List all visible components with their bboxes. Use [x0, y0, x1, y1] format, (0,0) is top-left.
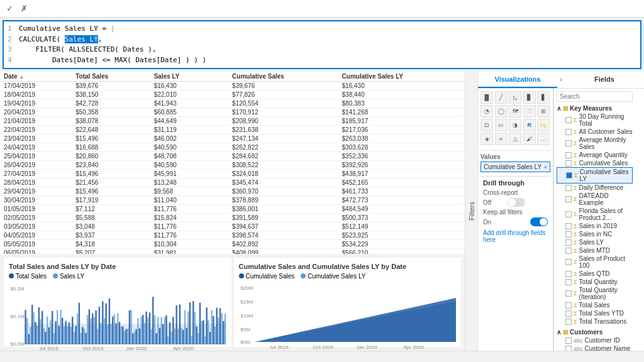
checkmark-icon[interactable]: ✓	[4, 3, 16, 14]
field-item[interactable]: ΣTotal Sales YTD	[557, 309, 633, 317]
col-header-total-sales[interactable]: Total Sales	[72, 72, 150, 82]
field-item[interactable]: ΣSales QTD	[557, 270, 633, 278]
field-checkbox[interactable]	[565, 302, 572, 309]
data-table-container[interactable]: Date ▲ Total Sales Sales LY Cumulative S…	[0, 72, 465, 254]
field-item[interactable]: ΣTotal Quantity (Iteration)	[557, 286, 633, 301]
filters-panel[interactable]: Filters	[465, 72, 477, 351]
viz-icon-more[interactable]: …	[537, 133, 550, 145]
field-checkbox[interactable]	[566, 172, 572, 178]
viz-icon-bar[interactable]: ▐▌	[480, 91, 493, 104]
field-checkbox[interactable]	[565, 290, 572, 297]
field-checkbox[interactable]	[565, 223, 572, 229]
formula-editor[interactable]: 1 Cumulative Sales LY = | 2 CALCULATE( S…	[3, 20, 641, 69]
field-item[interactable]: ΣAverage Quantity	[557, 151, 633, 159]
field-item[interactable]: ΣTotal Sales	[557, 301, 633, 309]
field-item[interactable]: ΣSales in 2019	[557, 222, 633, 230]
viz-icon-donut[interactable]: ◯	[495, 105, 508, 118]
svg-rect-64	[125, 329, 126, 344]
viz-icon-table[interactable]: ⊞	[537, 105, 550, 118]
field-item[interactable]: ΣSales LY	[557, 238, 633, 246]
field-item[interactable]: ΣDATEADD Example	[557, 192, 633, 207]
values-field-close[interactable]: ×	[544, 164, 547, 170]
field-item[interactable]: abcCustomer ID	[557, 336, 633, 344]
field-checkbox[interactable]	[565, 319, 572, 325]
field-item[interactable]: ΣSales MTD	[557, 246, 633, 255]
field-checkbox[interactable]	[565, 117, 572, 123]
viz-icon-format-paint[interactable]: 🖌	[523, 133, 536, 145]
svg-rect-65	[127, 329, 128, 344]
field-item[interactable]: ΣAll Customer Sales	[557, 128, 633, 136]
field-group-key-measures-header[interactable]: ∧ ⊞ Key Measures	[557, 104, 633, 112]
viz-icon-card[interactable]: ▭	[495, 119, 508, 131]
field-item[interactable]: ΣTotal Transations	[557, 317, 633, 326]
tab-fields[interactable]: Fields	[565, 72, 644, 88]
viz-icon-area[interactable]: ◺	[509, 91, 521, 104]
fields-search[interactable]	[557, 91, 633, 102]
field-item[interactable]: ΣTotal Quantity	[557, 278, 633, 286]
field-checkbox[interactable]	[565, 160, 572, 167]
viz-icon-r[interactable]: R	[523, 119, 536, 131]
field-item[interactable]: ΣSales of Product 100	[557, 255, 633, 270]
field-checkbox[interactable]	[565, 337, 572, 344]
col-header-sales-ly[interactable]: Sales LY	[150, 72, 228, 82]
field-checkbox[interactable]	[565, 129, 572, 135]
field-checkbox[interactable]	[565, 310, 572, 317]
svg-rect-114	[209, 332, 211, 344]
chart1-legend-item-1: Total Sales	[9, 273, 47, 280]
field-item[interactable]: ΣSales in NC	[557, 230, 633, 238]
field-item[interactable]: Σ30 Day Running Total	[557, 112, 633, 128]
field-checkbox[interactable]	[565, 152, 572, 158]
viz-icon-pie[interactable]: ◔	[480, 105, 493, 118]
field-checkbox[interactable]	[565, 271, 572, 277]
tab-visualizations[interactable]: Visualizations	[478, 72, 557, 88]
toggle-off-thumb	[508, 199, 516, 206]
field-checkbox[interactable]	[565, 248, 572, 254]
field-item-label: Florida Sales of Product 2...	[579, 207, 633, 221]
field-checkbox[interactable]	[565, 231, 572, 238]
col-header-cumulative-sales[interactable]: Cumulative Sales	[228, 72, 338, 82]
field-item[interactable]: ΣDaily Difference	[557, 184, 633, 192]
field-item[interactable]: ΣAverage Monthly Sales	[557, 136, 633, 151]
svg-rect-59	[117, 313, 118, 344]
viz-chevron-right[interactable]: ›	[557, 72, 565, 88]
viz-icon-map[interactable]: 🗺	[509, 105, 521, 118]
cancel-icon[interactable]: ✗	[18, 3, 30, 14]
toggle-on[interactable]	[530, 217, 548, 226]
values-field[interactable]: Cumulative Sales LY ×	[480, 162, 550, 172]
svg-rect-5	[26, 318, 28, 344]
svg-text:$0.1M: $0.1M	[10, 314, 24, 319]
svg-rect-102	[189, 302, 191, 344]
field-item-label: Sales MTD	[579, 247, 610, 254]
field-checkbox[interactable]	[565, 239, 572, 246]
field-item[interactable]: abcCustomer Name	[557, 344, 633, 351]
viz-icon-gauge[interactable]: ◑	[509, 119, 521, 131]
table-row: 21/04/2019$38,078$44,649$208,990$185,917	[0, 117, 465, 126]
viz-icon-py[interactable]: Py	[537, 119, 550, 131]
field-checkbox[interactable]	[565, 140, 572, 146]
viz-icon-scatter[interactable]: ∷	[523, 105, 536, 118]
field-checkbox[interactable]	[565, 185, 572, 191]
viz-icon-shape[interactable]: △	[509, 133, 521, 145]
field-item[interactable]: ΣCumulative Sales LY	[557, 167, 633, 184]
field-checkbox[interactable]	[565, 346, 572, 351]
field-checkbox[interactable]	[565, 259, 572, 265]
col-header-date[interactable]: Date ▲	[0, 72, 72, 82]
viz-icon-stacked-bar[interactable]: ▊	[523, 91, 536, 104]
field-group-customers-header[interactable]: ∧ ⊞ Customers	[557, 328, 633, 336]
field-checkbox[interactable]	[565, 196, 572, 202]
field-checkbox[interactable]	[565, 279, 572, 285]
svg-text:Jan 2020: Jan 2020	[356, 345, 377, 350]
add-drill-fields-btn[interactable]: Add drill-through fields here	[483, 228, 548, 244]
svg-rect-99	[184, 310, 186, 344]
viz-icon-clustered-bar[interactable]: ▋	[537, 91, 550, 104]
viz-icon-slicer[interactable]: ≡	[495, 133, 508, 145]
field-item[interactable]: ΣFlorida Sales of Product 2...	[557, 207, 633, 222]
viz-icon-kpi[interactable]: ◈	[480, 133, 493, 145]
svg-rect-42	[89, 309, 90, 344]
toggle-off[interactable]	[508, 198, 525, 207]
viz-icon-matrix[interactable]: ⊡	[480, 119, 493, 131]
col-header-cumulative-sales-ly[interactable]: Cumulative Sales LY	[338, 72, 465, 82]
viz-icon-line[interactable]: ╱	[495, 91, 508, 104]
field-item[interactable]: ΣCumulative Sales	[557, 159, 633, 167]
field-checkbox[interactable]	[565, 211, 572, 217]
